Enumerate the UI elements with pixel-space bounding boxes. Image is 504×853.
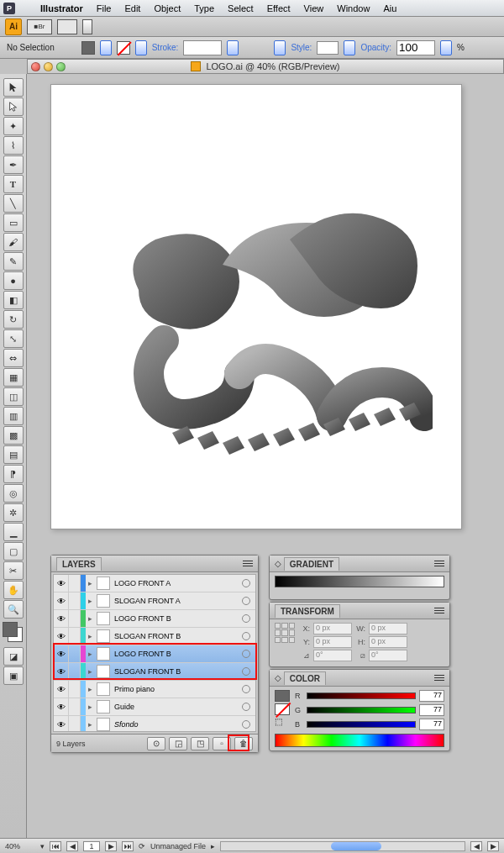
visibility-toggle[interactable]: 👁	[54, 628, 69, 645]
visibility-toggle[interactable]: 👁	[54, 663, 69, 680]
tool-line[interactable]: ╲	[3, 194, 24, 213]
layer-name[interactable]: Sfondo	[113, 720, 242, 729]
lock-toggle[interactable]	[69, 698, 81, 715]
tool-graph[interactable]: ▁	[3, 523, 24, 541]
disclosure-triangle[interactable]: ▸	[86, 614, 94, 623]
make-clipping-button[interactable]: ◲	[169, 737, 187, 750]
color-tab[interactable]: COLOR	[284, 671, 326, 685]
w-value[interactable]: 0 px	[369, 623, 407, 634]
tool-artboard[interactable]: ▢	[3, 542, 24, 561]
visibility-toggle[interactable]: 👁	[54, 698, 69, 715]
disclosure-triangle[interactable]: ▸	[86, 720, 94, 729]
layer-name[interactable]: Primo piano	[113, 685, 242, 693]
layers-panel-menu[interactable]	[243, 559, 253, 569]
disclosure-triangle[interactable]: ▸	[86, 579, 94, 587]
target-indicator[interactable]	[242, 667, 250, 676]
layer-row[interactable]: 👁▸LOGO FRONT A	[54, 575, 255, 592]
tool-pen[interactable]: ✒	[3, 155, 24, 174]
arrange-dropdown[interactable]	[82, 19, 92, 34]
tool-slice[interactable]: ✂	[3, 561, 24, 580]
artboard-prev[interactable]: ◀	[66, 841, 78, 851]
b-value[interactable]: 77	[419, 719, 444, 730]
r-value[interactable]: 77	[419, 690, 444, 702]
g-slider[interactable]	[307, 707, 416, 713]
disclosure-triangle[interactable]: ▸	[86, 650, 94, 658]
lock-toggle[interactable]	[69, 575, 81, 592]
window-minimize[interactable]	[44, 62, 53, 71]
gradient-panel-menu[interactable]	[434, 559, 444, 569]
layer-row[interactable]: 👁▸Primo piano	[54, 681, 255, 698]
layers-tab[interactable]: LAYERS	[56, 557, 102, 571]
layer-name[interactable]: Guide	[113, 703, 242, 711]
transform-tab[interactable]: TRANSFORM	[275, 604, 340, 618]
layer-name[interactable]: LOGO FRONT B	[113, 650, 242, 658]
artboard-last[interactable]: ⏭	[122, 841, 134, 851]
menu-select[interactable]: Select	[221, 3, 260, 13]
g-value[interactable]: 77	[419, 704, 444, 716]
zoom-level[interactable]: 40%	[5, 842, 35, 850]
disclosure-triangle[interactable]: ▸	[86, 632, 94, 640]
layer-row[interactable]: 👁▸Guide	[54, 698, 255, 716]
target-indicator[interactable]	[242, 703, 250, 711]
tool-scale[interactable]: ⤡	[3, 329, 24, 348]
layer-row[interactable]: 👁▸LOGO FRONT B	[54, 645, 255, 663]
visibility-toggle[interactable]: 👁	[54, 645, 69, 662]
tool-rectangle[interactable]: ▭	[3, 213, 24, 232]
tool-pencil[interactable]: ✎	[3, 252, 24, 271]
transform-panel-menu[interactable]	[434, 606, 444, 616]
tool-lasso[interactable]: ⌇	[3, 136, 24, 155]
color-fill[interactable]	[275, 690, 290, 702]
stroke-weight-dropdown[interactable]	[227, 40, 239, 55]
document-arrange[interactable]	[57, 19, 77, 34]
layers-list[interactable]: 👁▸LOGO FRONT A👁▸SLOGAN FRONT A👁▸LOGO FRO…	[53, 574, 256, 732]
new-sublayer-button[interactable]: ◳	[191, 737, 209, 750]
layer-row[interactable]: 👁▸SLOGAN FRONT B	[54, 663, 255, 681]
disclosure-triangle[interactable]: ▸	[86, 703, 94, 711]
tool-symbol-sprayer[interactable]: ✲	[3, 503, 24, 522]
layer-name[interactable]: LOGO FRONT A	[113, 579, 242, 587]
horizontal-scrollbar[interactable]	[220, 841, 465, 851]
menu-window[interactable]: Window	[330, 3, 376, 13]
fill-stroke-indicator[interactable]	[3, 622, 24, 644]
r-slider[interactable]	[307, 692, 416, 699]
color-fill-stroke[interactable]: ⬚	[275, 690, 290, 726]
visibility-toggle[interactable]: 👁	[54, 592, 69, 609]
menu-help[interactable]: Aiu	[376, 3, 403, 13]
tool-magic-wand[interactable]: ✦	[3, 117, 24, 135]
menu-edit[interactable]: Edit	[118, 3, 147, 13]
menu-file[interactable]: File	[90, 3, 118, 13]
layer-row[interactable]: 👁▸SLOGAN FRONT B	[54, 628, 255, 645]
fill-swatch[interactable]	[81, 41, 95, 55]
color-collapse[interactable]: ◇	[275, 673, 281, 682]
lock-toggle[interactable]	[69, 663, 81, 680]
menu-object[interactable]: Object	[147, 3, 187, 13]
gradient-collapse[interactable]: ◇	[275, 559, 281, 568]
scroll-right[interactable]: ▶	[487, 841, 499, 851]
target-indicator[interactable]	[242, 579, 250, 587]
layer-row[interactable]: 👁▸LOGO FRONT B	[54, 610, 255, 628]
stroke-dropdown[interactable]	[135, 40, 147, 55]
layer-name[interactable]: LOGO FRONT B	[113, 614, 242, 623]
target-indicator[interactable]	[242, 685, 250, 693]
shear-value[interactable]: 0°	[369, 650, 407, 661]
lock-toggle[interactable]	[69, 610, 81, 627]
style-dropdown[interactable]	[344, 40, 355, 55]
lock-toggle[interactable]	[69, 628, 81, 645]
tool-eraser[interactable]: ◧	[3, 291, 24, 309]
menu-view[interactable]: View	[297, 3, 331, 13]
lock-toggle[interactable]	[69, 681, 81, 698]
gradient-preview[interactable]	[275, 576, 444, 587]
visibility-toggle[interactable]: 👁	[54, 610, 69, 627]
tool-mesh[interactable]: ▩	[3, 426, 24, 445]
disclosure-triangle[interactable]: ▸	[86, 667, 94, 676]
style-swatch[interactable]	[317, 41, 339, 55]
tool-draw-mode[interactable]: ▣	[3, 666, 24, 685]
gradient-tab[interactable]: GRADIENT	[284, 557, 339, 571]
artboard-number[interactable]: 1	[83, 841, 100, 851]
h-value[interactable]: 0 px	[369, 636, 407, 648]
brush-dropdown[interactable]	[274, 40, 286, 55]
lock-toggle[interactable]	[69, 592, 81, 609]
artboard[interactable]	[50, 84, 462, 529]
layer-name[interactable]: SLOGAN FRONT B	[113, 667, 242, 676]
layer-name[interactable]: SLOGAN FRONT B	[113, 632, 242, 640]
